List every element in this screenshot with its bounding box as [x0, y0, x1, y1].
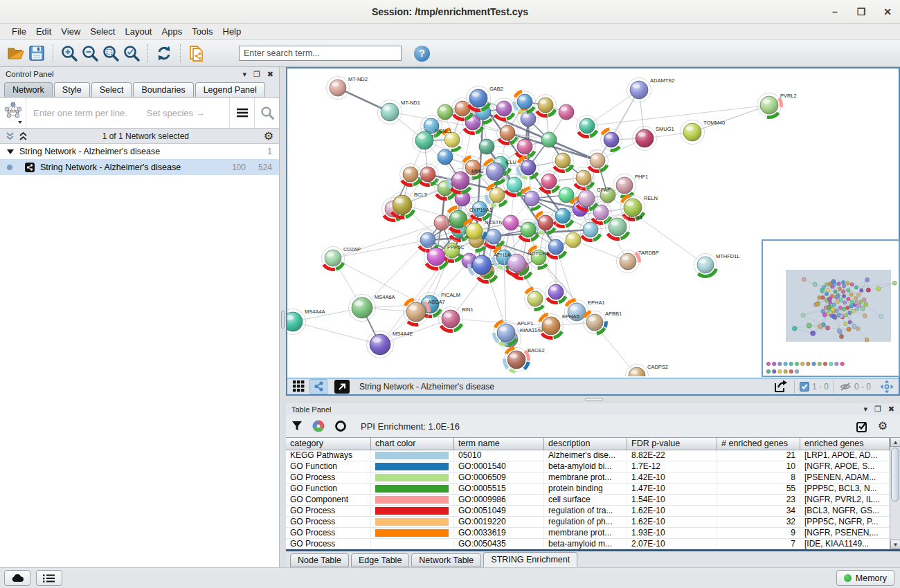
table-row[interactable]: GO FunctionGO:0001540beta-amyloid bi...1… — [286, 461, 890, 472]
network-node[interactable]: BACE2 — [505, 347, 545, 372]
search-input[interactable] — [239, 46, 402, 61]
network-node[interactable] — [587, 150, 609, 172]
network-node[interactable] — [535, 95, 557, 116]
open-session-icon[interactable] — [6, 44, 26, 63]
save-session-icon[interactable] — [26, 44, 47, 63]
reset-charts-icon[interactable] — [334, 420, 347, 432]
tab-style[interactable]: Style — [54, 82, 90, 97]
detach-view-icon[interactable] — [334, 380, 350, 394]
tab-select[interactable]: Select — [91, 82, 132, 97]
network-node[interactable]: PVRL2 — [757, 93, 797, 118]
tab-string-enrichment[interactable]: STRING Enrichment — [483, 552, 577, 567]
network-node[interactable]: MT-ND2 — [327, 76, 368, 100]
menu-view[interactable]: View — [56, 25, 85, 38]
column-header[interactable]: term name — [454, 438, 544, 450]
tab-legend-panel[interactable]: Legend Panel — [195, 82, 265, 97]
network-node[interactable]: MS4A4E — [367, 331, 413, 358]
export-network-icon[interactable] — [771, 379, 789, 394]
network-node[interactable] — [400, 164, 422, 185]
birds-eye-view[interactable] — [762, 239, 900, 377]
network-node[interactable] — [497, 122, 519, 144]
network-node[interactable] — [494, 98, 515, 120]
network-node[interactable] — [434, 215, 449, 230]
network-node[interactable] — [541, 132, 557, 147]
network-node[interactable] — [518, 219, 539, 241]
network-node[interactable] — [591, 202, 612, 223]
network-node[interactable]: MT-ND1 — [378, 100, 420, 125]
menu-apps[interactable]: Apps — [157, 25, 188, 38]
network-from-clipboard-icon[interactable] — [186, 44, 207, 63]
network-collection-row[interactable]: String Network - Alzheimer's disease 1 — [0, 144, 279, 159]
close-button[interactable]: ✕ — [882, 6, 893, 17]
menu-file[interactable]: File — [7, 25, 31, 38]
scroll-thumb[interactable] — [891, 448, 899, 502]
task-history-button[interactable] — [36, 570, 62, 586]
network-node[interactable] — [525, 288, 546, 310]
table-row[interactable]: GO ProcessGO:0051049regulation of tra...… — [286, 506, 890, 517]
network-node[interactable]: PHF1 — [613, 174, 649, 197]
maximize-button[interactable]: ❐ — [856, 6, 867, 17]
network-node[interactable]: BCL3 — [390, 192, 427, 218]
scroll-up-icon[interactable]: ▲ — [890, 437, 900, 447]
network-node[interactable] — [601, 129, 622, 151]
panel-float-icon[interactable]: ❐ — [253, 70, 260, 79]
network-node[interactable]: MS4A6A — [349, 294, 395, 322]
table-row[interactable]: GO ProcessGO:0033619membrane prot...1.93… — [286, 528, 890, 539]
network-node[interactable] — [521, 188, 543, 210]
column-header[interactable]: category — [286, 438, 371, 450]
tab-node-table[interactable]: Node Table — [290, 553, 349, 567]
expand-all-icon[interactable] — [19, 131, 28, 141]
menu-edit[interactable]: Edit — [31, 25, 56, 38]
column-header[interactable]: # enriched genes — [717, 438, 800, 450]
select-rows-icon[interactable] — [856, 421, 868, 432]
enrichment-settings-gear-icon[interactable]: ⚙ — [878, 421, 888, 432]
network-node[interactable]: PPP5C — [424, 244, 465, 269]
network-node[interactable]: CADPS2 — [626, 364, 669, 376]
cloud-tasks-button[interactable] — [4, 570, 30, 586]
network-node[interactable] — [546, 282, 567, 303]
network-node[interactable] — [566, 232, 581, 248]
network-panel-gear-icon[interactable]: ⚙ — [264, 131, 273, 142]
network-node[interactable]: TOMM40 — [681, 120, 726, 145]
table-row[interactable]: GO ProcessGO:0050435beta-amyloid m...2.0… — [286, 539, 890, 550]
network-node[interactable] — [552, 205, 574, 227]
table-row[interactable]: GO ProcessGO:0006509membrane prot...1.42… — [286, 472, 890, 484]
network-node[interactable] — [438, 104, 453, 120]
collapse-all-icon[interactable] — [6, 131, 15, 141]
network-node[interactable] — [539, 171, 560, 192]
panel-close-icon[interactable]: ✖ — [267, 70, 273, 79]
network-node[interactable] — [577, 116, 598, 137]
menu-tools[interactable]: Tools — [187, 25, 217, 38]
network-node[interactable]: APBB1 — [584, 311, 622, 334]
minimize-button[interactable]: – — [829, 6, 840, 17]
table-panel-menu-icon[interactable]: ▾ — [863, 405, 867, 414]
network-node[interactable] — [479, 139, 494, 154]
network-node[interactable] — [559, 104, 574, 120]
tab-network-table[interactable]: Network Table — [411, 553, 481, 567]
table-scrollbar[interactable]: ▲ ▼ — [890, 437, 900, 549]
network-node[interactable] — [517, 157, 539, 178]
set-species-label[interactable]: Set species → — [147, 108, 205, 118]
tab-boundaries[interactable]: Boundaries — [133, 82, 193, 97]
column-header[interactable]: FDR p-value — [627, 438, 717, 450]
string-protein-query-dropdown[interactable]: STRING — [0, 98, 26, 128]
network-node[interactable] — [514, 136, 536, 158]
birdseye-toggle-icon[interactable] — [309, 379, 327, 394]
filter-icon[interactable] — [291, 421, 303, 432]
grid-mode-icon[interactable] — [289, 379, 307, 394]
table-panel-float-icon[interactable]: ❐ — [874, 405, 881, 414]
string-query-input[interactable]: Enter one term per line. Set species → — [26, 108, 229, 118]
memory-button[interactable]: Memory — [836, 570, 894, 586]
column-header[interactable]: description — [544, 438, 627, 450]
refresh-icon[interactable] — [154, 44, 174, 63]
string-search-icon[interactable] — [254, 98, 279, 128]
panel-menu-icon[interactable]: ▾ — [242, 70, 246, 79]
network-node[interactable]: BIN1 — [439, 306, 474, 331]
network-node[interactable]: CD2AP — [322, 246, 361, 270]
network-node[interactable] — [438, 149, 453, 165]
zoom-in-icon[interactable] — [59, 44, 80, 63]
scroll-down-icon[interactable]: ▼ — [890, 540, 900, 549]
network-node[interactable] — [486, 185, 507, 206]
zoom-out-icon[interactable] — [80, 44, 100, 63]
network-row-selected[interactable]: String Network - Alzheimer's disease 100… — [0, 159, 279, 175]
